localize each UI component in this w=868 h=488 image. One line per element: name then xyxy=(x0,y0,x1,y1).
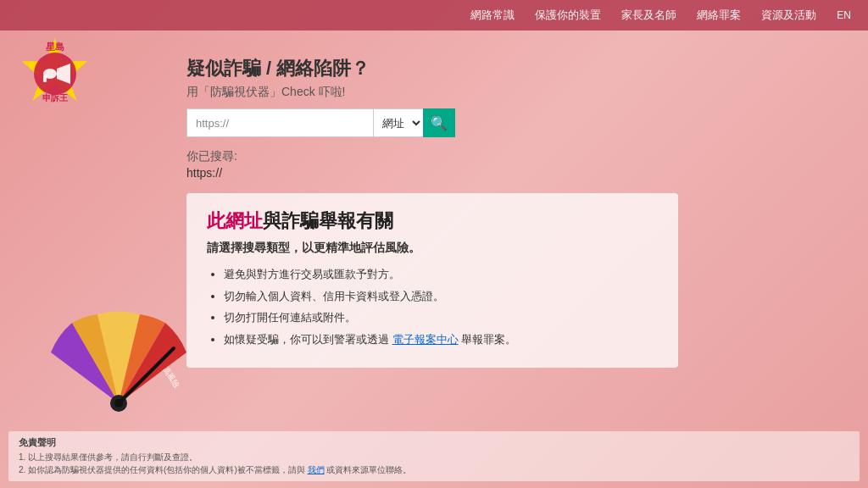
disclaimer-section: 免責聲明 1. 以上搜尋結果僅供參考，請自行判斷及查證。 2. 如你認為防騙視伏… xyxy=(8,431,860,481)
page-subtitle: 用「防騙視伏器」Check 吓啦! xyxy=(186,85,834,100)
disclaimer-title: 免責聲明 xyxy=(19,436,849,449)
url-search-input[interactable] xyxy=(186,108,373,137)
nav-item-family[interactable]: 家長及名師 xyxy=(621,8,676,23)
nav-bar: 網路常識 保護你的裝置 家長及名師 網絡罪案 資源及活動 EN xyxy=(0,0,868,30)
nav-item-internet[interactable]: 網路常識 xyxy=(470,8,515,23)
search-icon: 🔍 xyxy=(431,115,448,131)
disclaimer-text-2b: 或資料來源單位聯絡。 xyxy=(325,465,412,474)
svg-rect-4 xyxy=(43,75,47,82)
warning-text-4: 如懷疑受騙，你可以到警署或透過 xyxy=(224,333,392,346)
disclaimer-text-2a: 2. 如你認為防騙視伏器提供的任何資料(包括你的個人資料)被不當標籤，請與 xyxy=(19,465,308,474)
report-center-link[interactable]: 電子報案中心 xyxy=(392,333,459,346)
nav-item-protect[interactable]: 保護你的裝置 xyxy=(535,8,601,23)
disclaimer-line-2: 2. 如你認為防騙視伏器提供的任何資料(包括你的個人資料)被不當標籤，請與 我們… xyxy=(19,463,849,476)
result-section: 此網址與詐騙舉報有關 請選擇搜尋類型，以更精準地評估風險。 避免與對方進行交易或… xyxy=(186,193,678,368)
nav-item-crime[interactable]: 網絡罪案 xyxy=(697,8,741,23)
logo-svg: 星島 申訴王 xyxy=(13,33,97,105)
warning-item-1: 避免與對方進行交易或匯款予對方。 xyxy=(224,266,658,283)
logo-area: 星島 申訴王 xyxy=(8,30,102,107)
svg-text:申訴王: 申訴王 xyxy=(42,93,69,103)
search-section: 疑似詐騙 / 網絡陷阱？ 用「防騙視伏器」Check 吓啦! 網址 🔍 你已搜尋… xyxy=(186,56,834,193)
warning-item-4: 如懷疑受騙，你可以到警署或透過 電子報案中心 舉報罪案。 xyxy=(224,331,658,348)
disclaimer-line-1: 1. 以上搜尋結果僅供參考，請自行判斷及查證。 xyxy=(19,451,849,463)
warning-list: 避免與對方進行交易或匯款予對方。 切勿輸入個人資料、信用卡資料或登入憑證。 切勿… xyxy=(207,266,658,347)
search-button[interactable]: 🔍 xyxy=(423,108,455,137)
warning-text-4b: 舉報罪案。 xyxy=(459,333,517,346)
result-title-colored: 此網址 xyxy=(207,210,263,231)
nav-item-resources[interactable]: 資源及活動 xyxy=(761,8,816,23)
search-type-select[interactable]: 網址 xyxy=(373,108,423,137)
warning-item-2: 切勿輸入個人資料、信用卡資料或登入憑證。 xyxy=(224,288,658,305)
svg-text:星島: 星島 xyxy=(46,42,64,52)
result-subtitle: 請選擇搜尋類型，以更精準地評估風險。 xyxy=(207,241,658,256)
main-content: 疑似詐騙 / 網絡陷阱？ 用「防騙視伏器」Check 吓啦! 網址 🔍 你已搜尋… xyxy=(119,30,868,488)
result-title-normal: 與詐騙舉報有關 xyxy=(263,210,393,231)
page-title: 疑似詐騙 / 網絡陷阱？ xyxy=(186,56,834,81)
warning-item-3: 切勿打開任何連結或附件。 xyxy=(224,309,658,326)
disclaimer-contact-link[interactable]: 我們 xyxy=(308,465,325,474)
searched-label: 你已搜尋: xyxy=(186,149,834,164)
result-title: 此網址與詐騙舉報有關 xyxy=(207,208,658,234)
language-toggle[interactable]: EN xyxy=(837,9,851,21)
searched-url-display: https:// xyxy=(186,166,834,180)
search-row: 網址 🔍 xyxy=(186,108,834,137)
logo-box[interactable]: 星島 申訴王 xyxy=(8,30,102,107)
